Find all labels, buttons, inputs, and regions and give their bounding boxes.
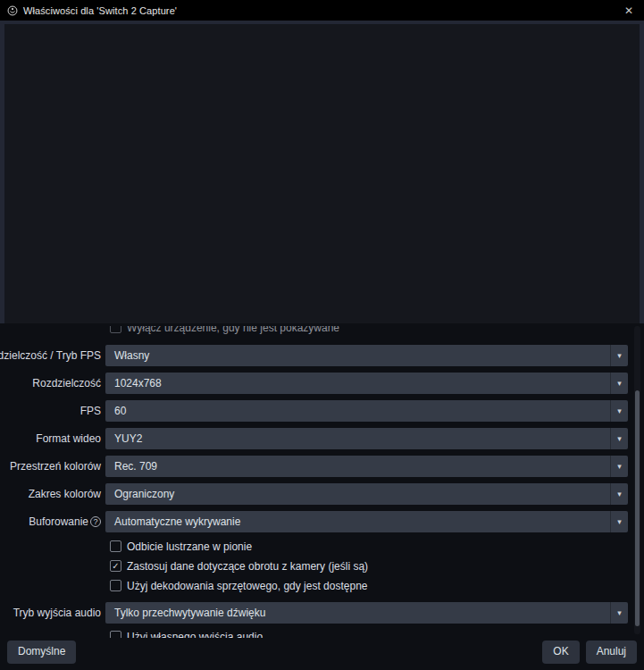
help-icon[interactable]: ? bbox=[90, 516, 101, 527]
custom-audio-device-checkbox[interactable]: Użyj własnego wyjścia audio bbox=[110, 630, 644, 638]
scrollbar-thumb[interactable] bbox=[635, 390, 640, 626]
checkbox-icon bbox=[110, 540, 121, 552]
row-buffering: Buforowanie ? Automatyczne wykrywanie ▾ bbox=[0, 511, 644, 532]
checkbox-icon bbox=[110, 326, 121, 333]
chevron-down-icon: ▾ bbox=[617, 609, 622, 617]
clipped-row: Wyłącz urządzenie, gdy nie jest pokazywa… bbox=[110, 326, 644, 335]
chevron-down-icon: ▾ bbox=[617, 518, 622, 526]
row-color-range: Zakres kolorów Ograniczony ▾ bbox=[0, 483, 644, 505]
checkbox-label: Użyj dekodowania sprzętowego, gdy jest d… bbox=[127, 580, 368, 592]
chevron-down-icon: ▾ bbox=[617, 352, 622, 360]
title-bar: Właściwości dla 'Switch 2 Capture' ✕ bbox=[0, 0, 644, 21]
row-fps: FPS 60 ▾ bbox=[0, 400, 644, 422]
field-label: FPS bbox=[0, 405, 105, 417]
flip-vertically-checkbox[interactable]: Odbicie lustrzane w pionie bbox=[110, 540, 644, 553]
window-title: Właściwości dla 'Switch 2 Capture' bbox=[23, 5, 177, 16]
apply-rotation-checkbox[interactable]: ✓ Zastosuj dane dotyczące obrotu z kamer… bbox=[110, 559, 644, 573]
video-format-select[interactable]: YUY2 ▾ bbox=[105, 428, 628, 449]
cancel-button[interactable]: Anuluj bbox=[586, 641, 637, 663]
field-label: Przestrzeń kolorów bbox=[0, 460, 105, 473]
color-range-select[interactable]: Ograniczony ▾ bbox=[105, 483, 628, 505]
audio-output-mode-select[interactable]: Tylko przechwytywanie dźwięku ▾ bbox=[105, 602, 628, 624]
checkbox-label: Zastosuj dane dotyczące obrotu z kamery … bbox=[127, 560, 368, 573]
color-space-select[interactable]: Rec. 709 ▾ bbox=[105, 456, 628, 477]
footer-bar: Domyślne OK Anuluj bbox=[0, 638, 644, 670]
buffering-select[interactable]: Automatyczne wykrywanie ▾ bbox=[105, 511, 628, 532]
field-label: Tryb wyjścia audio bbox=[0, 607, 105, 619]
properties-dialog: Właściwości dla 'Switch 2 Capture' ✕ Wył… bbox=[0, 0, 644, 670]
row-resolution: Rozdzielczość 1024x768 ▾ bbox=[0, 373, 644, 394]
chevron-down-icon: ▾ bbox=[617, 407, 622, 415]
row-resolution-fps-type: Rozdzielczość / Tryb FPS Własny ▾ bbox=[0, 345, 644, 366]
checkbox-icon bbox=[110, 631, 121, 638]
row-video-format: Format wideo YUY2 ▾ bbox=[0, 428, 644, 449]
hardware-decode-checkbox[interactable]: Użyj dekodowania sprzętowego, gdy jest d… bbox=[110, 579, 644, 592]
preview-canvas bbox=[4, 24, 640, 323]
field-label: Buforowanie ? bbox=[0, 515, 105, 528]
ok-button[interactable]: OK bbox=[542, 641, 579, 663]
deactivate-when-not-showing-checkbox[interactable]: Wyłącz urządzenie, gdy nie jest pokazywa… bbox=[110, 326, 644, 334]
scrollbar[interactable] bbox=[634, 326, 640, 634]
properties-panel: Wyłącz urządzenie, gdy nie jest pokazywa… bbox=[0, 323, 644, 638]
checkbox-label: Wyłącz urządzenie, gdy nie jest pokazywa… bbox=[127, 326, 339, 334]
chevron-down-icon: ▾ bbox=[617, 490, 622, 498]
checkbox-label: Odbicie lustrzane w pionie bbox=[127, 540, 252, 553]
checkbox-checked-icon: ✓ bbox=[110, 560, 121, 572]
row-color-space: Przestrzeń kolorów Rec. 709 ▾ bbox=[0, 456, 644, 477]
obs-logo-icon bbox=[7, 5, 18, 16]
field-label: Zakres kolorów bbox=[0, 488, 105, 500]
defaults-button[interactable]: Domyślne bbox=[7, 641, 76, 663]
preview-frame bbox=[0, 21, 644, 323]
field-label: Rozdzielczość bbox=[0, 377, 105, 389]
resolution-select[interactable]: 1024x768 ▾ bbox=[105, 373, 628, 394]
resolution-fps-type-select[interactable]: Własny ▾ bbox=[105, 345, 628, 366]
fps-select[interactable]: 60 ▾ bbox=[105, 400, 628, 422]
close-icon[interactable]: ✕ bbox=[621, 3, 637, 19]
field-label: Rozdzielczość / Tryb FPS bbox=[0, 349, 105, 362]
checkbox-label: Użyj własnego wyjścia audio bbox=[127, 631, 263, 639]
chevron-down-icon: ▾ bbox=[617, 435, 622, 443]
checkbox-icon bbox=[110, 580, 121, 591]
chevron-down-icon: ▾ bbox=[617, 463, 622, 471]
row-audio-output-mode: Tryb wyjścia audio Tylko przechwytywanie… bbox=[0, 602, 644, 624]
chevron-down-icon: ▾ bbox=[617, 380, 622, 388]
field-label: Format wideo bbox=[0, 432, 105, 445]
